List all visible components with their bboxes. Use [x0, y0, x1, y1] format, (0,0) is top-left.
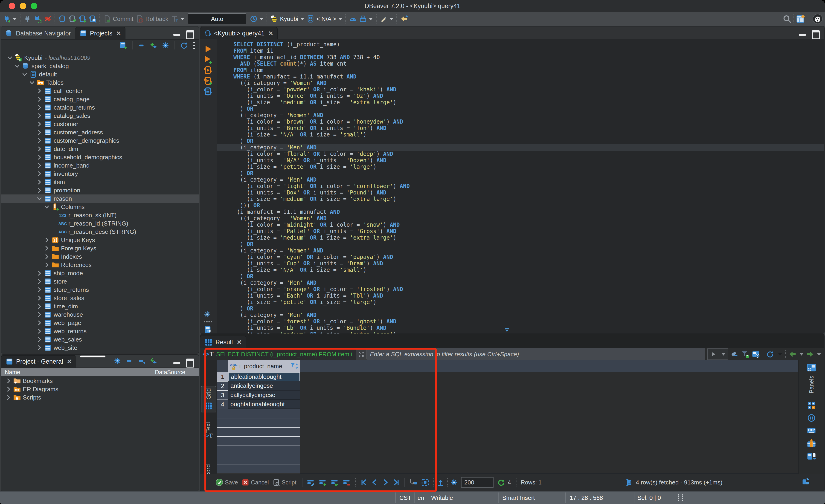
toolbar-sql-editor-new[interactable] [78, 13, 86, 24]
first-row-icon[interactable] [360, 479, 367, 486]
expand-filter-icon[interactable] [356, 349, 367, 359]
chevron-right-icon[interactable] [36, 154, 43, 161]
tree-item-web-sales[interactable]: web_sales [1, 335, 199, 344]
sql-line[interactable]: ) OR [217, 138, 824, 144]
keyboard-icon[interactable] [807, 426, 816, 435]
toolbar-sql-editor-search[interactable] [89, 13, 96, 24]
expand-all-icon[interactable] [137, 357, 145, 365]
custom-filter-icon[interactable]: <> T [200, 350, 216, 358]
sql-line[interactable]: (i_color = 'powder' OR i_color = 'khaki'… [217, 86, 824, 93]
doc-arrow-icon[interactable] [203, 325, 213, 334]
sql-line[interactable]: ((i_category = 'Women' AND [217, 80, 824, 86]
toolbar-db-select[interactable]: < N/A > [307, 13, 342, 24]
chevron-right-icon[interactable] [36, 162, 43, 169]
row-number[interactable]: 2 [217, 381, 228, 391]
row-number[interactable]: 3 [217, 391, 228, 400]
toolbar-plug-off[interactable] [44, 13, 52, 24]
sql-line[interactable]: (i_units = 'N/A' OR i_units = 'Dozen') A… [217, 157, 824, 164]
chevron-right-icon[interactable] [36, 129, 43, 136]
sql-line[interactable]: (i_color = 'cyan' OR i_color = 'papaya')… [217, 254, 824, 260]
status-cst[interactable]: CST [399, 494, 411, 501]
maximize-panel-icon[interactable] [186, 358, 194, 367]
chevron-right-icon[interactable] [36, 187, 43, 194]
chevron-right-icon[interactable] [5, 386, 12, 393]
scroll-down-indicator-icon[interactable] [504, 327, 510, 333]
chevron-right-icon[interactable] [36, 311, 43, 318]
filter-settings-icon[interactable] [752, 350, 760, 358]
toolbar-plug-plus[interactable] [3, 13, 17, 24]
tree-item-ship-mode[interactable]: ship_mode [1, 269, 199, 277]
toolbar-sql-editor[interactable] [58, 13, 66, 24]
status-writable[interactable]: Writable [431, 494, 453, 501]
sql-line[interactable]: ))) OR [217, 202, 824, 209]
gear-icon[interactable] [114, 357, 121, 365]
collapse-all-icon[interactable] [126, 357, 133, 365]
sql-line[interactable]: (i_units = 'Cup' OR i_units = 'Dram') AN… [217, 260, 824, 267]
chevron-right-icon[interactable] [36, 87, 43, 94]
table-col-icon[interactable] [807, 439, 816, 448]
refresh-result-icon[interactable] [497, 479, 505, 486]
next-row-icon[interactable] [382, 479, 389, 486]
tree-item-store-returns[interactable]: store_returns [1, 285, 199, 294]
chevron-down-icon[interactable] [28, 79, 35, 86]
dropdown-caret-icon[interactable] [13, 18, 17, 20]
grid-column-header[interactable]: ABC i_product_name [228, 360, 300, 372]
toolbar-plug-refresh[interactable] [33, 13, 42, 24]
sql-line[interactable]: (i_color = 'brown' OR i_color = 'honeyde… [217, 118, 824, 125]
sql-line[interactable]: (i_size = 'N/A' OR i_size = 'small') [217, 267, 824, 273]
tree-item-customer-address[interactable]: customer_address [1, 128, 199, 137]
dropdown-caret-icon[interactable] [180, 18, 184, 20]
toolbar-history-clock[interactable] [250, 13, 264, 24]
tree-item-web-site[interactable]: web_site [1, 344, 199, 352]
tree-item-web-returns[interactable]: web_returns [1, 327, 199, 335]
empty-row-number[interactable] [217, 446, 228, 455]
chevron-down-icon[interactable] [43, 203, 50, 211]
gear-blue-icon[interactable] [203, 310, 211, 318]
sql-line[interactable]: (i_units = 'Each' OR i_units = 'Tbl') AN… [217, 292, 824, 299]
edit-row-icon[interactable] [307, 478, 315, 487]
tree-item-inventory[interactable]: inventory [1, 170, 199, 178]
chevron-down-icon[interactable] [36, 195, 43, 202]
play-orange-plus-icon[interactable] [203, 55, 213, 64]
tree-item-kyuubi[interactable]: Kyuubi - localhost:10009 [1, 54, 199, 62]
sql-line[interactable]: (i_color = 'floral' OR i_color = 'deep')… [217, 151, 824, 157]
empty-grid-cell[interactable] [228, 427, 300, 437]
toolbar-pen[interactable] [380, 13, 393, 24]
chevron-right-icon[interactable] [43, 253, 50, 260]
window-plus-icon[interactable] [119, 41, 127, 49]
dropdown-caret-icon[interactable] [369, 18, 373, 20]
tab-database-navigator[interactable]: Database Navigator [1, 27, 75, 39]
toolbar-bee[interactable]: Kyuubi [270, 13, 304, 24]
tree-item-household-demographics[interactable]: household_demographics [1, 153, 199, 161]
close-icon[interactable]: ✕ [237, 339, 242, 346]
tree-item-item[interactable]: item [1, 178, 199, 186]
tree-item-spark-catalog[interactable]: spark_catalog [1, 62, 199, 70]
chevron-right-icon[interactable] [36, 112, 43, 119]
sql-line[interactable]: (i_color = 'midnight' OR i_color = 'snow… [217, 222, 824, 228]
chevron-right-icon[interactable] [36, 104, 43, 111]
sql-line[interactable]: (i_category = 'Men' AND [217, 280, 824, 286]
status-17-28-568[interactable]: 17 : 28 : 568 [570, 494, 603, 501]
chevron-right-icon[interactable] [36, 96, 43, 103]
toolbar-back-reference[interactable] [400, 13, 408, 24]
sql-line[interactable]: (i_units = 'Lb' OR i_units = 'Bundle') A… [217, 325, 824, 331]
sql-line[interactable]: (i_size = 'medium' OR i_size = 'extra la… [217, 331, 824, 333]
sql-line[interactable]: SELECT DISTINCT (i_product_name) [217, 41, 824, 48]
status-en[interactable]: en [418, 494, 424, 501]
save-icon[interactable] [215, 478, 224, 487]
grid-corner-cell[interactable] [217, 360, 229, 372]
tab-editor-query41[interactable]: <Kyuubi> query41 ✕ [200, 27, 278, 39]
duplicate-row-icon[interactable] [330, 478, 339, 487]
sql-line[interactable]: WHERE (i_manufact = i1.i_manufact AND [217, 73, 824, 80]
chevron-right-icon[interactable] [36, 328, 43, 335]
layout-icon[interactable] [807, 452, 816, 461]
empty-grid-cell[interactable] [228, 409, 300, 418]
result-grid[interactable]: ABC i_product_name 1ableationableought2a… [217, 360, 799, 474]
tree-item-indexes[interactable]: Indexes [1, 252, 199, 261]
chevron-down-icon[interactable] [6, 54, 13, 61]
tree-item-time-dim[interactable]: time_dim [1, 302, 199, 311]
chevron-right-icon[interactable] [5, 394, 12, 401]
close-icon[interactable]: ✕ [268, 30, 273, 37]
status-drag-handle[interactable] [678, 494, 684, 501]
perspective-icon[interactable] [796, 14, 806, 24]
